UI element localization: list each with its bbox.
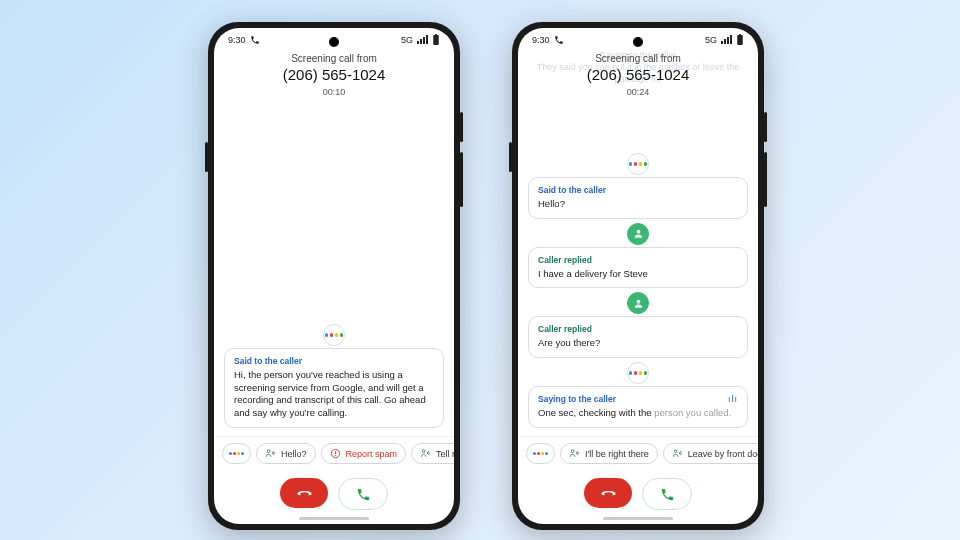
assistant-icon	[325, 333, 344, 337]
transcript-card-saying: ılı Saying to the caller One sec, checki…	[528, 386, 748, 428]
assistant-icon	[629, 162, 648, 166]
chip-label: Tell me mo	[436, 449, 454, 459]
card-body: Hi, the person you've reached is using a…	[234, 369, 434, 420]
chip-label: Leave by front door	[688, 449, 758, 459]
hangup-button[interactable]	[280, 478, 328, 508]
assistant-chip[interactable]	[526, 443, 555, 464]
assistant-badge	[627, 362, 649, 384]
call-action-row	[518, 470, 758, 524]
home-indicator	[603, 517, 673, 520]
chip-hello[interactable]: Hello?	[256, 443, 316, 464]
spam-icon	[330, 448, 341, 459]
status-time: 9:30	[228, 35, 246, 45]
chip-be-right-there[interactable]: I'll be right there	[560, 443, 658, 464]
card-title: Said to the caller	[538, 185, 738, 195]
call-timer: 00:24	[528, 87, 748, 97]
card-title: Said to the caller	[234, 356, 434, 366]
voice-chip-icon	[672, 448, 683, 459]
person-icon	[633, 228, 644, 239]
call-action-row	[214, 470, 454, 524]
assistant-chip[interactable]	[222, 443, 251, 464]
answer-icon	[660, 487, 675, 502]
person-icon	[633, 298, 644, 309]
live-audio-icon: ılı	[728, 394, 738, 404]
voice-chip-icon	[265, 448, 276, 459]
assistant-icon	[229, 452, 244, 455]
svg-rect-1	[433, 35, 439, 45]
phone-status-icon	[554, 35, 564, 45]
chip-leave-front-door[interactable]: Leave by front door	[663, 443, 758, 464]
call-timer: 00:10	[224, 87, 444, 97]
voice-chip-icon	[420, 448, 431, 459]
battery-icon	[432, 34, 440, 45]
battery-icon	[736, 34, 744, 45]
assistant-badge	[323, 324, 345, 346]
phone-left: 9:30 5G Screening call from (206) 565-10…	[208, 22, 460, 530]
signal-icon	[721, 35, 732, 44]
assistant-icon	[533, 452, 548, 455]
transcript-card-reply: Caller replied Are you there?	[528, 316, 748, 358]
card-title: Caller replied	[538, 324, 738, 334]
card-title: Saying to the caller	[538, 394, 738, 404]
chip-label: I'll be right there	[585, 449, 649, 459]
call-header: Saying to the caller They said you can p…	[518, 47, 758, 101]
svg-point-6	[422, 450, 425, 453]
card-body: Are you there?	[538, 337, 738, 350]
card-body: Hello?	[538, 198, 738, 211]
screening-label: Screening call from	[528, 53, 748, 64]
camera-hole	[329, 37, 339, 47]
svg-point-2	[267, 450, 270, 453]
card-body: I have a delivery for Steve	[538, 268, 738, 281]
svg-point-11	[571, 450, 574, 453]
svg-rect-0	[435, 34, 437, 35]
network-label: 5G	[705, 35, 717, 45]
svg-point-12	[674, 450, 677, 453]
hangup-icon	[601, 486, 616, 501]
chip-report-spam[interactable]: Report spam	[321, 443, 407, 464]
caller-number: (206) 565-1024	[224, 66, 444, 83]
call-header: Screening call from (206) 565-1024 00:10	[214, 47, 454, 101]
card-body: One sec, checking with the person you ca…	[538, 407, 738, 420]
phone-right: 9:30 5G Saying to the caller They said y…	[512, 22, 764, 530]
transcript-card-reply: Caller replied I have a delivery for Ste…	[528, 247, 748, 289]
voice-chip-icon	[569, 448, 580, 459]
hangup-icon	[297, 486, 312, 501]
transcript-card-said: Said to the caller Hi, the person you've…	[224, 348, 444, 428]
suggestion-chip-row: Hello? Report spam Tell me mo	[214, 436, 454, 470]
assistant-icon	[629, 371, 648, 375]
chip-label: Hello?	[281, 449, 307, 459]
status-time: 9:30	[532, 35, 550, 45]
card-title: Caller replied	[538, 255, 738, 265]
home-indicator	[299, 517, 369, 520]
suggestion-chip-row: I'll be right there Leave by front door	[518, 436, 758, 470]
answer-button[interactable]	[642, 478, 692, 510]
svg-point-9	[636, 230, 640, 234]
network-label: 5G	[401, 35, 413, 45]
svg-point-10	[636, 300, 640, 304]
chip-label: Report spam	[346, 449, 398, 459]
phone-status-icon	[250, 35, 260, 45]
screening-label: Screening call from	[224, 53, 444, 64]
camera-hole	[633, 37, 643, 47]
transcript-card-said: Said to the caller Hello?	[528, 177, 748, 219]
signal-icon	[417, 35, 428, 44]
caller-badge	[627, 292, 649, 314]
answer-icon	[356, 487, 371, 502]
answer-button[interactable]	[338, 478, 388, 510]
caller-badge	[627, 223, 649, 245]
caller-number: (206) 565-1024	[528, 66, 748, 83]
svg-rect-7	[739, 34, 741, 35]
chip-tell-me-more[interactable]: Tell me mo	[411, 443, 454, 464]
svg-rect-8	[737, 35, 743, 45]
hangup-button[interactable]	[584, 478, 632, 508]
assistant-badge	[627, 153, 649, 175]
